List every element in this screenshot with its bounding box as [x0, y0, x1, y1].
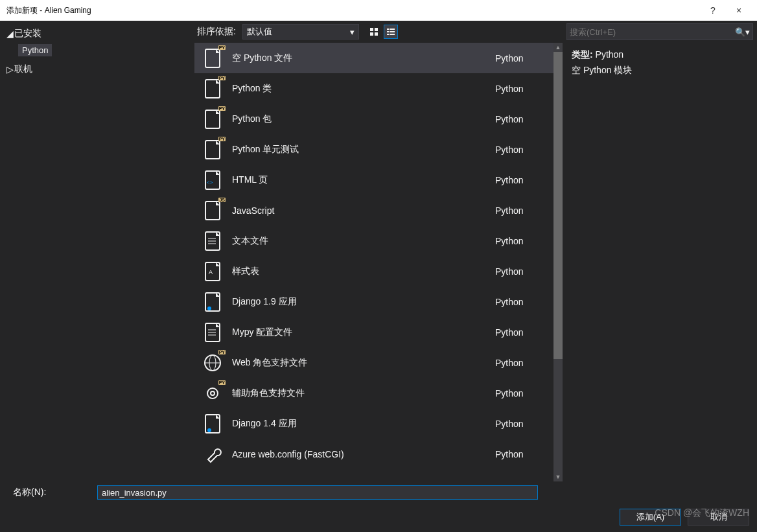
right-panel: 🔍▾ 类型: Python 空 Python 模块: [563, 21, 757, 481]
svg-point-24: [207, 306, 211, 310]
svg-rect-5: [390, 29, 395, 30]
bottom-panel: 名称(N): 添加(A) 取消: [0, 481, 757, 532]
template-name: 空 Python 文件: [232, 52, 495, 64]
help-button[interactable]: ?: [700, 0, 726, 21]
template-row[interactable]: PYWeb 角色支持文件Python: [194, 347, 553, 378]
wrench-icon: [202, 444, 223, 465]
template-row[interactable]: PYPython 类Python: [194, 73, 553, 104]
sort-value: 默认值: [247, 26, 272, 38]
django-icon: [202, 292, 223, 312]
template-name: 文本文件: [232, 235, 495, 247]
template-name: Python 类: [232, 83, 495, 95]
template-row[interactable]: Django 1.4 应用Python: [194, 408, 553, 439]
template-name: 辅助角色支持文件: [232, 387, 495, 399]
svg-rect-1: [375, 28, 378, 31]
template-group: Python: [495, 236, 553, 246]
template-row[interactable]: Django 1.9 应用Python: [194, 286, 553, 317]
center-toolbar: 排序依据: 默认值 ▾: [194, 21, 563, 43]
template-list: PY空 Python 文件PythonPYPython 类PythonPYPyt…: [194, 43, 553, 481]
search-icon[interactable]: 🔍▾: [735, 27, 750, 37]
svg-text:<>: <>: [207, 179, 213, 185]
info-panel: 类型: Python 空 Python 模块: [563, 43, 757, 87]
django-icon: [202, 413, 223, 434]
template-row[interactable]: PYPython 单元测试Python: [194, 134, 553, 165]
svg-rect-4: [387, 29, 389, 30]
template-row[interactable]: PY辅助角色支持文件Python: [194, 378, 553, 408]
sidebar-installed[interactable]: ◢ 已安装: [0, 26, 194, 41]
view-medium-icons[interactable]: [367, 25, 381, 39]
sidebar-online[interactable]: ▷ 联机: [0, 62, 194, 77]
svg-rect-6: [387, 31, 389, 32]
grid-icon: [369, 27, 378, 36]
template-row[interactable]: Azure web.config (FastCGI)Python: [194, 439, 553, 469]
template-group: Python: [495, 297, 553, 307]
template-row[interactable]: PYPython 包Python: [194, 104, 553, 134]
css-icon: A: [202, 261, 223, 282]
svg-rect-0: [370, 28, 373, 31]
template-name: Mypy 配置文件: [232, 327, 495, 338]
template-name: HTML 页: [232, 174, 495, 186]
scrollbar-thumb[interactable]: [553, 52, 563, 359]
svg-rect-8: [387, 34, 389, 35]
template-row[interactable]: PY空 Python 文件Python: [194, 43, 553, 73]
sidebar: ◢ 已安装 Python ▷ 联机: [0, 21, 194, 481]
template-group: Python: [495, 449, 553, 459]
svg-rect-9: [390, 34, 395, 35]
template-row[interactable]: Mypy 配置文件Python: [194, 317, 553, 347]
search-box[interactable]: 🔍▾: [566, 23, 753, 40]
collapse-icon: ▷: [6, 64, 14, 75]
search-input[interactable]: [570, 27, 735, 37]
py-file-icon: PY: [202, 78, 223, 99]
name-input[interactable]: [97, 485, 538, 500]
py-file-icon: PY: [202, 109, 223, 130]
web-icon: PY: [202, 353, 223, 373]
template-row[interactable]: 文本文件Python: [194, 226, 553, 256]
template-group: Python: [495, 53, 553, 64]
center-panel: 排序依据: 默认值 ▾ PY空 Python 文件PythonPYPython …: [194, 21, 563, 481]
cancel-button[interactable]: 取消: [688, 509, 749, 526]
add-button[interactable]: 添加(A): [620, 509, 681, 526]
html-icon: <>: [202, 170, 223, 191]
template-name: JavaScript: [232, 205, 495, 216]
template-name: Django 1.9 应用: [232, 296, 495, 308]
name-row: 名称(N):: [6, 485, 751, 500]
close-button[interactable]: ×: [726, 0, 752, 21]
template-group: Python: [495, 84, 553, 94]
sidebar-installed-label: 已安装: [14, 28, 41, 40]
sidebar-online-label: 联机: [14, 64, 32, 75]
svg-point-33: [211, 391, 215, 395]
scroll-up-icon[interactable]: ▲: [553, 43, 563, 52]
template-name: Azure web.config (FastCGI): [232, 449, 495, 459]
txt-icon: [202, 231, 223, 251]
view-small-list[interactable]: [384, 25, 398, 39]
gear-icon: PY: [202, 383, 223, 404]
scroll-down-icon[interactable]: ▼: [553, 472, 563, 481]
chevron-down-icon: ▾: [350, 27, 355, 37]
svg-point-35: [207, 428, 211, 432]
svg-text:A: A: [209, 269, 213, 275]
type-desc: 空 Python 模块: [572, 65, 748, 76]
main-area: ◢ 已安装 Python ▷ 联机 排序依据: 默认值 ▾: [0, 21, 757, 481]
view-buttons: [367, 25, 398, 39]
sort-label: 排序依据:: [197, 26, 239, 38]
py-file-icon: PY: [202, 48, 223, 69]
template-row[interactable]: JSJavaScriptPython: [194, 195, 553, 226]
template-group: Python: [495, 266, 553, 277]
svg-rect-7: [390, 31, 395, 32]
template-row[interactable]: <>HTML 页Python: [194, 165, 553, 195]
template-group: Python: [495, 388, 553, 399]
svg-rect-2: [370, 32, 373, 36]
svg-rect-3: [375, 32, 378, 36]
template-group: Python: [495, 145, 553, 155]
sidebar-item-python[interactable]: Python: [18, 44, 52, 56]
template-list-wrap: PY空 Python 文件PythonPYPython 类PythonPYPyt…: [194, 43, 563, 481]
type-value: Python: [596, 49, 624, 60]
template-row[interactable]: A样式表Python: [194, 256, 553, 286]
template-group: Python: [495, 419, 553, 429]
sort-combo[interactable]: 默认值 ▾: [242, 24, 359, 40]
template-group: Python: [495, 175, 553, 185]
expand-icon: ◢: [6, 29, 14, 39]
window-title: 添加新项 - Alien Gaming: [6, 5, 700, 16]
template-name: Web 角色支持文件: [232, 357, 495, 369]
scrollbar[interactable]: ▲ ▼: [553, 43, 563, 481]
